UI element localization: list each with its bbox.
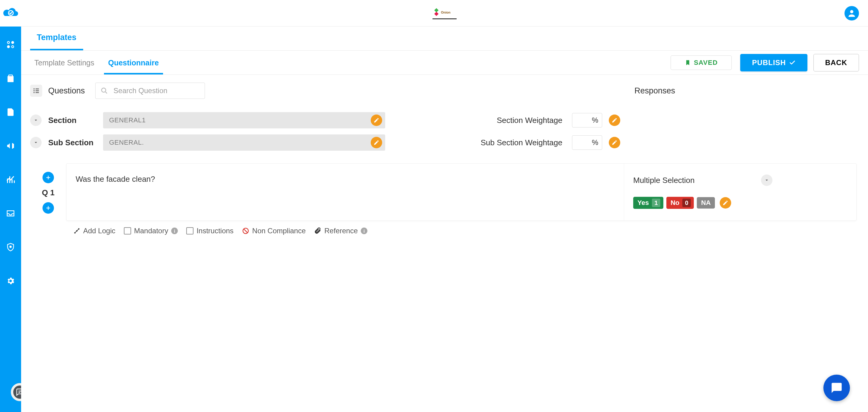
svg-point-1 — [7, 41, 10, 44]
search-icon — [101, 87, 108, 94]
info-icon: i — [171, 227, 178, 234]
subsection-name-box: GENERAL. — [103, 134, 385, 151]
back-label: BACK — [825, 59, 847, 67]
add-logic-label: Add Logic — [83, 227, 116, 235]
subsection-label: Sub Section — [48, 138, 96, 147]
add-question-below-button[interactable] — [42, 202, 54, 214]
support-chat-fab[interactable] — [824, 375, 850, 401]
edit-subsection-button[interactable] — [371, 137, 382, 148]
svg-point-10 — [33, 88, 35, 90]
section-name-box: GENERAL1 — [103, 112, 385, 128]
sidebar-item-analytics[interactable] — [4, 173, 17, 186]
tabbar-primary: Templates — [21, 27, 868, 51]
section-collapse-toggle[interactable] — [30, 115, 41, 126]
svg-point-4 — [12, 46, 14, 48]
non-compliance-label: Non Compliance — [252, 227, 306, 235]
answer-no-value: 0 — [682, 199, 691, 207]
sidebar-item-megaphone[interactable] — [4, 140, 17, 152]
list-icon — [30, 85, 42, 97]
subtab-template-settings[interactable]: Template Settings — [30, 51, 98, 74]
svg-rect-13 — [36, 90, 39, 91]
check-icon — [789, 59, 796, 66]
sidebar-item-inbox[interactable] — [4, 208, 17, 219]
question-sidebar: Q 1 — [30, 163, 66, 221]
svg-point-2 — [12, 41, 14, 44]
checkbox-icon — [124, 227, 131, 234]
mandatory-toggle[interactable]: Mandatory i — [124, 227, 178, 235]
answer-na[interactable]: NA — [697, 197, 715, 209]
app-logo-wrap — [0, 0, 21, 27]
subtab-questionnaire[interactable]: Questionnaire — [104, 51, 163, 74]
response-type-label: Multiple Selection — [633, 176, 695, 185]
section-label: Section — [48, 116, 96, 125]
svg-point-3 — [7, 46, 10, 48]
svg-rect-7 — [434, 12, 438, 16]
saved-indicator: SAVED — [671, 56, 732, 70]
reference-button[interactable]: Reference i — [314, 227, 367, 235]
svg-point-5 — [10, 246, 11, 248]
question-text[interactable]: Was the facade clean? — [67, 164, 624, 220]
subsection-weightage-label: Sub Section Weightage — [481, 138, 562, 147]
svg-point-19 — [78, 228, 80, 230]
svg-rect-15 — [36, 92, 39, 93]
sidebar-item-settings[interactable] — [4, 275, 17, 287]
edit-subsection-weightage-button[interactable] — [609, 137, 620, 148]
subsection-name: GENERAL. — [109, 139, 144, 147]
add-logic-button[interactable]: Add Logic — [73, 227, 116, 235]
saved-label: SAVED — [694, 59, 718, 67]
svg-point-16 — [101, 88, 106, 92]
search-input[interactable] — [95, 83, 205, 99]
topbar: Onion — [21, 0, 868, 27]
mandatory-label: Mandatory — [134, 227, 168, 235]
edit-section-weightage-button[interactable] — [609, 115, 620, 126]
answer-na-label: NA — [701, 199, 711, 207]
sidebar-item-document[interactable] — [4, 106, 17, 118]
sidebar-item-shield[interactable] — [4, 241, 17, 253]
answer-yes[interactable]: Yes 1 — [633, 197, 663, 209]
subheader: Template Settings Questionnaire SAVED PU… — [21, 51, 868, 75]
svg-point-14 — [33, 92, 35, 93]
svg-point-9 — [850, 10, 854, 13]
instructions-label: Instructions — [196, 227, 234, 235]
non-compliance-button[interactable]: Non Compliance — [242, 227, 306, 235]
edit-section-button[interactable] — [371, 115, 382, 126]
sidebar-items — [4, 39, 17, 287]
left-sidebar — [0, 0, 21, 412]
edit-answers-button[interactable] — [720, 197, 731, 209]
question-number-label: Q 1 — [42, 188, 55, 197]
attachment-icon — [314, 227, 321, 234]
user-avatar[interactable] — [844, 6, 859, 21]
branch-icon — [73, 227, 80, 234]
instructions-toggle[interactable]: Instructions — [186, 227, 234, 235]
checkbox-icon — [186, 227, 193, 234]
tab-templates[interactable]: Templates — [30, 26, 83, 50]
subtabs: Template Settings Questionnaire — [30, 51, 163, 74]
content-body: Questions Responses Section GENERAL1 — [21, 75, 868, 243]
brand-underline — [433, 19, 457, 19]
answers-row: Yes 1 No 0 NA — [633, 197, 847, 209]
subsection-collapse-toggle[interactable] — [30, 137, 41, 148]
question-response-panel: Multiple Selection Yes 1 No 0 — [624, 164, 856, 220]
section-weightage-label: Section Weightage — [497, 116, 562, 125]
ban-icon — [242, 227, 249, 234]
subsection-weightage-input[interactable]: % — [572, 135, 602, 150]
publish-button[interactable]: PUBLISH — [740, 54, 807, 71]
reference-label: Reference — [324, 227, 358, 235]
section-row: Section GENERAL1 Section Weightage % — [30, 112, 859, 128]
sidebar-item-apps[interactable] — [4, 39, 17, 51]
search-wrap — [95, 83, 205, 99]
back-button[interactable]: BACK — [813, 54, 859, 71]
svg-point-17 — [74, 232, 76, 233]
question-area: Q 1 Was the facade clean? Multiple Selec… — [30, 163, 859, 221]
sidebar-item-clipboard[interactable] — [4, 72, 17, 85]
add-question-above-button[interactable] — [42, 172, 54, 183]
answer-no-label: No — [671, 199, 679, 207]
info-icon: i — [361, 227, 367, 234]
section-weightage-input[interactable]: % — [572, 113, 602, 127]
svg-rect-11 — [36, 89, 39, 90]
svg-text:Onion: Onion — [441, 10, 451, 14]
answer-no[interactable]: No 0 — [666, 197, 694, 209]
responses-label: Responses — [634, 86, 675, 96]
response-type-dropdown[interactable] — [761, 175, 772, 186]
answer-yes-value: 1 — [652, 199, 660, 207]
